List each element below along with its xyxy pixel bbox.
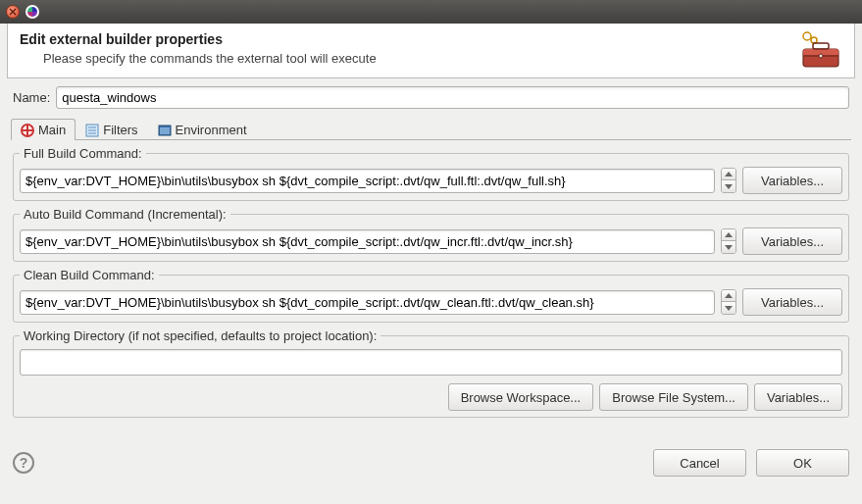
group-working-directory: Working Directory (if not specified, def… bbox=[13, 328, 849, 418]
window-titlebar bbox=[0, 0, 862, 24]
name-label: Name: bbox=[13, 90, 50, 105]
clean-build-stepper bbox=[721, 289, 736, 315]
main-tab-icon bbox=[21, 124, 34, 137]
tab-environment[interactable]: Environment bbox=[148, 119, 257, 140]
cancel-button[interactable]: Cancel bbox=[653, 449, 746, 477]
auto-build-step-down[interactable] bbox=[722, 241, 735, 253]
eclipse-icon bbox=[25, 5, 39, 19]
svg-point-6 bbox=[819, 54, 823, 58]
working-directory-variables-button[interactable]: Variables... bbox=[754, 383, 842, 411]
filters-tab-icon bbox=[85, 124, 99, 137]
toolbox-icon bbox=[797, 29, 842, 72]
environment-tab-icon bbox=[158, 124, 172, 137]
auto-build-legend: Auto Build Command (Incremental): bbox=[20, 207, 230, 222]
group-auto-build: Auto Build Command (Incremental): Variab… bbox=[13, 207, 849, 262]
help-icon[interactable]: ? bbox=[13, 452, 34, 474]
working-directory-input[interactable] bbox=[20, 349, 842, 376]
tab-filters-label: Filters bbox=[103, 123, 137, 137]
dialog-title: Edit external builder properties bbox=[20, 31, 842, 47]
auto-build-step-up[interactable] bbox=[722, 229, 735, 241]
svg-point-0 bbox=[803, 32, 811, 40]
full-build-legend: Full Build Command: bbox=[20, 146, 146, 161]
svg-point-1 bbox=[811, 37, 817, 43]
group-full-build: Full Build Command: Variables... bbox=[13, 146, 849, 201]
full-build-input[interactable] bbox=[20, 169, 715, 193]
tab-environment-label: Environment bbox=[176, 123, 247, 137]
clean-build-variables-button[interactable]: Variables... bbox=[742, 288, 842, 316]
browse-filesystem-button[interactable]: Browse File System... bbox=[599, 383, 748, 411]
auto-build-stepper bbox=[721, 228, 736, 254]
dialog-subtitle: Please specify the commands the external… bbox=[43, 51, 842, 66]
browse-workspace-button[interactable]: Browse Workspace... bbox=[448, 383, 594, 411]
dialog-footer: ? Cancel OK bbox=[7, 429, 855, 482]
auto-build-input[interactable] bbox=[20, 229, 715, 254]
clean-build-step-down[interactable] bbox=[722, 302, 735, 314]
svg-rect-4 bbox=[813, 43, 829, 49]
full-build-step-down[interactable] bbox=[722, 180, 735, 192]
tab-main[interactable]: Main bbox=[11, 119, 76, 140]
working-directory-legend: Working Directory (if not specified, def… bbox=[20, 328, 380, 343]
name-input[interactable] bbox=[56, 86, 849, 109]
svg-rect-10 bbox=[160, 127, 170, 134]
dialog-header: Edit external builder properties Please … bbox=[7, 24, 855, 78]
tab-bar: Main Filters Environment bbox=[11, 119, 851, 140]
full-build-stepper bbox=[721, 168, 736, 193]
tab-filters[interactable]: Filters bbox=[76, 119, 147, 140]
window-close-button[interactable] bbox=[6, 5, 20, 19]
full-build-step-up[interactable] bbox=[722, 169, 735, 180]
group-clean-build: Clean Build Command: Variables... bbox=[13, 268, 849, 323]
ok-button[interactable]: OK bbox=[756, 449, 849, 477]
tab-main-label: Main bbox=[38, 123, 66, 137]
clean-build-input[interactable] bbox=[20, 290, 715, 315]
clean-build-legend: Clean Build Command: bbox=[20, 268, 159, 282]
clean-build-step-up[interactable] bbox=[722, 290, 735, 302]
tab-panel-main: Full Build Command: Variables... Auto Bu… bbox=[11, 140, 851, 426]
auto-build-variables-button[interactable]: Variables... bbox=[742, 227, 842, 255]
full-build-variables-button[interactable]: Variables... bbox=[742, 167, 842, 194]
